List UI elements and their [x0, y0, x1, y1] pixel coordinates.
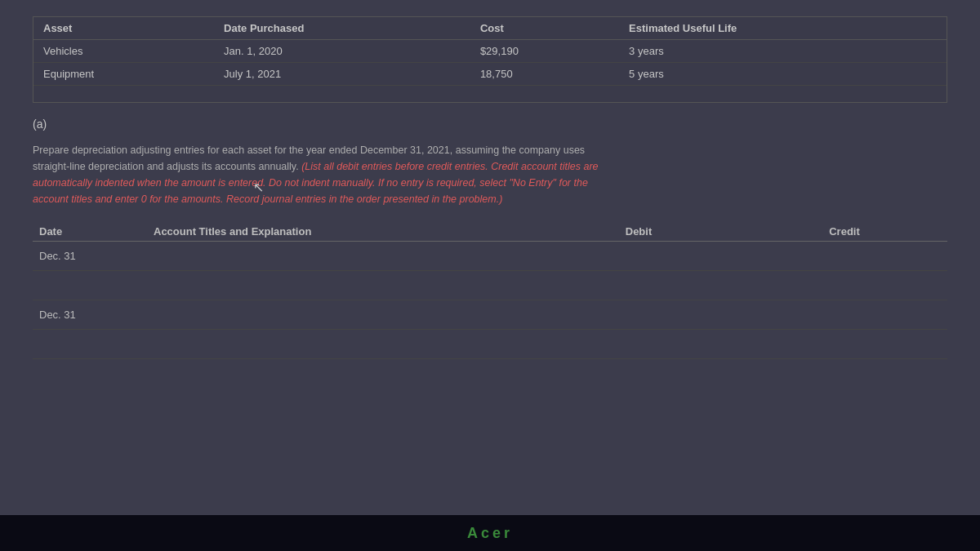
journal-account-1[interactable] [147, 241, 536, 270]
journal-debit-1[interactable] [536, 241, 742, 270]
credit-input-1[interactable] [748, 250, 941, 262]
journal-date-3: Dec. 31 [33, 300, 147, 329]
journal-header-credit: Credit [742, 222, 947, 242]
account-input-3[interactable] [154, 309, 529, 321]
debit-input-4[interactable] [542, 338, 735, 350]
journal-row-2[interactable] [33, 270, 947, 300]
col-header-asset: Asset [33, 17, 214, 40]
instruction-line2-italic: (List all debit entries before credit en… [301, 161, 598, 172]
journal-credit-3[interactable] [742, 300, 947, 329]
col-header-date: Date Purchased [214, 17, 470, 40]
date-purchased-equipment: July 1, 2021 [214, 63, 470, 86]
content-wrapper: Asset Date Purchased Cost Estimated Usef… [0, 0, 980, 551]
instruction-line4-italic: account titles and enter 0 for the amoun… [33, 193, 502, 205]
cost-equipment: 18,750 [470, 63, 619, 86]
account-input-2[interactable] [154, 279, 529, 291]
account-input-4[interactable] [154, 338, 529, 350]
journal-header-account: Account Titles and Explanation [147, 222, 536, 242]
table-row-empty [33, 86, 947, 102]
journal-account-4[interactable] [147, 329, 536, 358]
debit-input-1[interactable] [542, 250, 735, 262]
credit-input-3[interactable] [748, 309, 941, 321]
life-equipment: 5 years [619, 63, 947, 86]
asset-name-equipment: Equipment [33, 63, 214, 86]
acer-branding-bar: Acer [0, 515, 980, 551]
acer-logo: Acer [467, 525, 513, 542]
journal-date-4 [33, 329, 147, 358]
journal-date-1: Dec. 31 [33, 241, 147, 270]
instruction-line2: straight-line depreciation and adjusts i… [33, 161, 301, 172]
journal-header-date: Date [33, 222, 147, 242]
col-header-life: Estimated Useful Life [619, 17, 947, 40]
life-vehicles: 3 years [619, 40, 947, 63]
journal-debit-4[interactable] [536, 329, 742, 358]
instruction-line1: Prepare depreciation adjusting entries f… [33, 144, 585, 156]
journal-credit-1[interactable] [742, 241, 947, 270]
debit-input-3[interactable] [542, 309, 735, 321]
instruction-line3-italic: automatically indented when the amount i… [33, 177, 588, 189]
table-row: Vehicles Jan. 1, 2020 $29,190 3 years [33, 40, 947, 63]
col-header-cost: Cost [470, 17, 619, 40]
journal-account-3[interactable] [147, 300, 536, 329]
journal-table: Date Account Titles and Explanation Debi… [33, 222, 947, 359]
asset-name-vehicles: Vehicles [33, 40, 214, 63]
credit-input-2[interactable] [748, 279, 941, 291]
journal-account-2[interactable] [147, 270, 536, 300]
asset-table: Asset Date Purchased Cost Estimated Usef… [33, 16, 947, 103]
cost-vehicles: $29,190 [470, 40, 619, 63]
credit-input-4[interactable] [748, 338, 941, 350]
journal-date-2 [33, 270, 147, 300]
journal-row-3[interactable]: Dec. 31 [33, 300, 947, 329]
journal-debit-3[interactable] [536, 300, 742, 329]
main-wrapper: Asset Date Purchased Cost Estimated Usef… [0, 0, 980, 551]
journal-row-1[interactable]: Dec. 31 [33, 241, 947, 270]
section-label: (a) [33, 118, 947, 131]
journal-row-4[interactable] [33, 329, 947, 358]
debit-input-2[interactable] [542, 279, 735, 291]
journal-header-debit: Debit [536, 222, 742, 242]
account-input-1[interactable] [154, 250, 529, 262]
journal-debit-2[interactable] [536, 270, 742, 300]
journal-credit-2[interactable] [742, 270, 947, 300]
instruction-block: Prepare depreciation adjusting entries f… [33, 142, 947, 207]
table-row: Equipment July 1, 2021 18,750 5 years [33, 63, 947, 86]
date-purchased-vehicles: Jan. 1, 2020 [214, 40, 470, 63]
journal-credit-4[interactable] [742, 329, 947, 358]
